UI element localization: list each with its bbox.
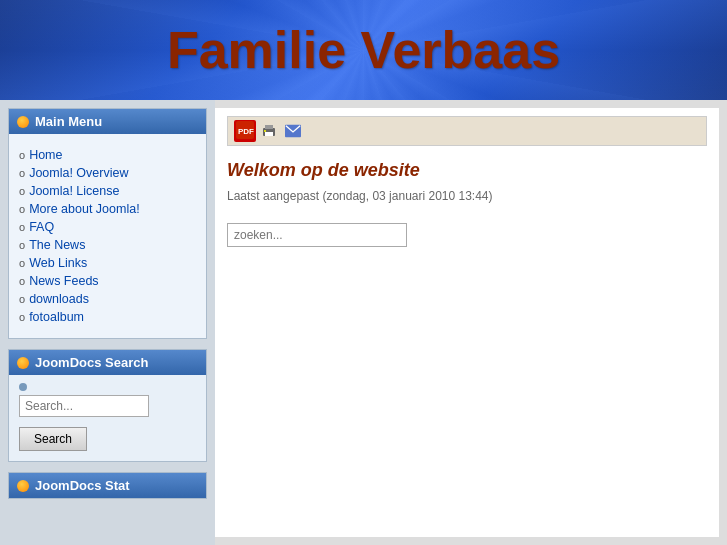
- nav-link-fotoalbum[interactable]: fotoalbum: [29, 310, 84, 324]
- list-item: Web Links: [19, 254, 196, 272]
- article-toolbar: PDF: [227, 116, 707, 146]
- joomdocs-search-input[interactable]: [19, 395, 149, 417]
- sidebar: Main Menu Home Joomla! Overview Joomla! …: [0, 100, 215, 545]
- list-item: The News: [19, 236, 196, 254]
- site-header: Familie Verbaas: [0, 0, 727, 100]
- nav-link-news-feeds[interactable]: News Feeds: [29, 274, 98, 288]
- article-title: Welkom op de website: [227, 160, 707, 181]
- print-button[interactable]: [260, 122, 278, 140]
- page-layout: Main Menu Home Joomla! Overview Joomla! …: [0, 100, 727, 545]
- module-header-dot-3: [17, 480, 29, 492]
- pdf-button[interactable]: PDF: [236, 122, 254, 140]
- main-menu-content: Home Joomla! Overview Joomla! License Mo…: [9, 134, 206, 338]
- list-item: downloads: [19, 290, 196, 308]
- svg-rect-5: [264, 130, 266, 132]
- joomdocs-search-module: JoomDocs Search Search: [8, 349, 207, 462]
- list-item: Joomla! License: [19, 182, 196, 200]
- nav-link-home[interactable]: Home: [29, 148, 62, 162]
- list-item: FAQ: [19, 218, 196, 236]
- nav-link-joomla-license[interactable]: Joomla! License: [29, 184, 119, 198]
- joomdocs-stat-module: JoomDocs Stat: [8, 472, 207, 499]
- list-item: More about Joomla!: [19, 200, 196, 218]
- main-menu-module: Main Menu Home Joomla! Overview Joomla! …: [8, 108, 207, 339]
- small-dot: [19, 383, 27, 391]
- svg-text:PDF: PDF: [238, 127, 254, 136]
- main-menu-header: Main Menu: [9, 109, 206, 134]
- nav-link-more-joomla[interactable]: More about Joomla!: [29, 202, 139, 216]
- email-button[interactable]: [284, 122, 302, 140]
- joomdocs-stat-header: JoomDocs Stat: [9, 473, 206, 498]
- content-search-input[interactable]: [227, 223, 407, 247]
- joomdocs-search-label: JoomDocs Search: [35, 355, 148, 370]
- nav-link-downloads[interactable]: downloads: [29, 292, 89, 306]
- nav-link-joomla-overview[interactable]: Joomla! Overview: [29, 166, 128, 180]
- svg-rect-4: [265, 132, 273, 136]
- svg-rect-3: [265, 125, 273, 129]
- nav-link-faq[interactable]: FAQ: [29, 220, 54, 234]
- search-input-wrapper: [9, 395, 206, 421]
- joomdocs-stat-label: JoomDocs Stat: [35, 478, 130, 493]
- article-meta: Laatst aangepast (zondag, 03 januari 201…: [227, 189, 707, 203]
- joomdocs-search-header: JoomDocs Search: [9, 350, 206, 375]
- list-item: fotoalbum: [19, 308, 196, 326]
- module-header-dot: [17, 116, 29, 128]
- list-item: News Feeds: [19, 272, 196, 290]
- module-header-dot-2: [17, 357, 29, 369]
- nav-list: Home Joomla! Overview Joomla! License Mo…: [19, 142, 196, 330]
- list-item: Joomla! Overview: [19, 164, 196, 182]
- print-icon: [261, 123, 277, 139]
- pdf-icon: PDF: [234, 120, 256, 142]
- site-title: Familie Verbaas: [167, 20, 560, 80]
- main-menu-label: Main Menu: [35, 114, 102, 129]
- email-icon: [285, 124, 301, 138]
- main-content: PDF Welkom op de website: [215, 108, 719, 537]
- nav-link-the-news[interactable]: The News: [29, 238, 85, 252]
- joomdocs-search-button[interactable]: Search: [19, 427, 87, 451]
- search-dot-row: [9, 375, 206, 395]
- nav-link-web-links[interactable]: Web Links: [29, 256, 87, 270]
- list-item: Home: [19, 146, 196, 164]
